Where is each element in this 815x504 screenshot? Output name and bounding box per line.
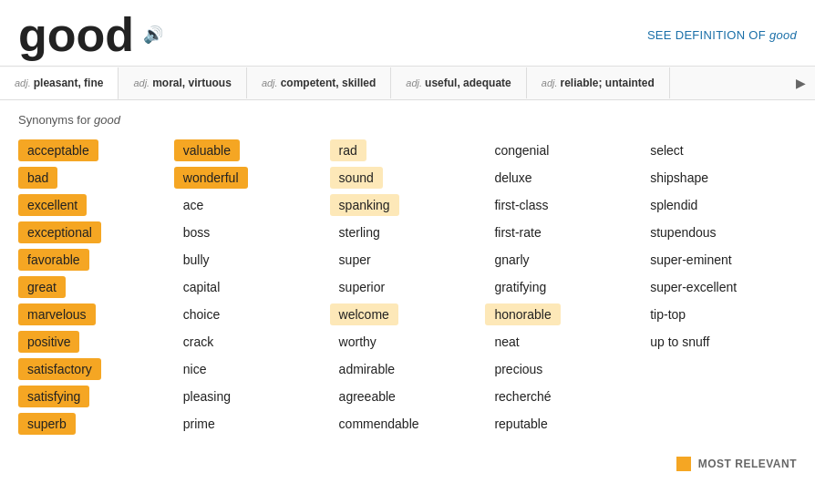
synonym-tag[interactable]: marvelous: [18, 303, 96, 325]
synonym-tag[interactable]: first-rate: [485, 221, 550, 243]
synonym-tag[interactable]: super-eminent: [641, 249, 741, 271]
tab-0[interactable]: adj.pleasant, fine: [0, 67, 119, 100]
synonym-tag[interactable]: recherché: [485, 386, 560, 407]
synonym-tag[interactable]: shipshape: [641, 167, 717, 189]
synonym-tag[interactable]: honorable: [485, 303, 560, 325]
synonym-col-1: valuablewonderfulacebossbullycapitalchoi…: [174, 139, 330, 435]
synonym-tag[interactable]: precious: [485, 358, 552, 380]
synonym-tag[interactable]: ace: [174, 194, 213, 216]
see-definition-link[interactable]: SEE DEFINITION OF good: [647, 28, 797, 42]
legend-label: MOST RELEVANT: [698, 458, 797, 470]
synonym-tag[interactable]: commendable: [330, 413, 428, 435]
synonym-tag[interactable]: congenial: [485, 139, 558, 161]
synonym-tag[interactable]: sound: [330, 167, 383, 189]
synonym-tag[interactable]: sterling: [330, 221, 389, 243]
synonym-tag[interactable]: splendid: [641, 194, 707, 216]
synonym-tag[interactable]: gnarly: [485, 249, 538, 271]
synonym-tag[interactable]: deluxe: [485, 167, 541, 189]
synonym-col-2: radsoundspankingsterlingsupersuperiorwel…: [330, 139, 486, 435]
synonym-tag[interactable]: stupendous: [641, 221, 725, 243]
synonym-tag[interactable]: wonderful: [174, 167, 248, 189]
synonym-tag[interactable]: admirable: [330, 358, 404, 380]
synonym-tag[interactable]: positive: [18, 331, 79, 353]
word-title: good: [18, 11, 134, 58]
see-definition-label: SEE DEFINITION OF: [647, 28, 766, 42]
synonyms-label: Synonyms for good: [18, 113, 797, 127]
synonym-tag[interactable]: agreeable: [330, 386, 405, 407]
synonym-tag[interactable]: prime: [174, 413, 224, 435]
synonym-col-0: acceptablebadexcellentexceptionalfavorab…: [18, 139, 174, 435]
synonym-tag[interactable]: up to snuff: [641, 331, 718, 353]
synonyms-grid: acceptablebadexcellentexceptionalfavorab…: [18, 139, 797, 435]
synonym-tag[interactable]: superior: [330, 276, 395, 298]
synonym-tag[interactable]: tip-top: [641, 303, 695, 325]
synonym-tag[interactable]: excellent: [18, 194, 87, 216]
tab-2[interactable]: adj.competent, skilled: [247, 67, 391, 98]
tab-4[interactable]: adj.reliable; untainted: [527, 67, 670, 98]
synonym-tag[interactable]: favorable: [18, 249, 89, 271]
tab-1[interactable]: adj.moral, virtuous: [119, 67, 246, 98]
synonym-tag[interactable]: acceptable: [18, 139, 98, 161]
synonym-tag[interactable]: reputable: [485, 413, 556, 435]
speaker-icon[interactable]: 🔊: [143, 25, 163, 45]
header: good 🔊 SEE DEFINITION OF good: [0, 0, 815, 67]
synonym-tag[interactable]: superb: [18, 413, 76, 435]
synonym-tag[interactable]: super: [330, 249, 380, 271]
synonym-tag[interactable]: great: [18, 276, 66, 298]
synonym-tag[interactable]: valuable: [174, 139, 240, 161]
synonym-tag[interactable]: bad: [18, 167, 57, 189]
synonym-tag[interactable]: satisfactory: [18, 358, 101, 380]
synonym-tag[interactable]: nice: [174, 358, 216, 380]
synonym-tag[interactable]: first-class: [485, 194, 557, 216]
synonym-tag[interactable]: crack: [174, 331, 222, 353]
see-definition-word: good: [769, 28, 797, 42]
synonym-tag[interactable]: satisfying: [18, 386, 89, 407]
legend-color-box: [676, 457, 691, 471]
synonym-tag[interactable]: choice: [174, 303, 229, 325]
synonym-tag[interactable]: worthy: [330, 331, 386, 353]
synonym-tag[interactable]: capital: [174, 276, 229, 298]
header-left: good 🔊: [18, 11, 163, 58]
tabs-bar: adj.pleasant, fineadj.moral, virtuousadj…: [0, 67, 815, 100]
legend: MOST RELEVANT: [0, 447, 815, 478]
synonym-tag[interactable]: exceptional: [18, 221, 101, 243]
synonym-tag[interactable]: welcome: [330, 303, 398, 325]
synonym-tag[interactable]: select: [641, 139, 693, 161]
synonym-tag[interactable]: super-excellent: [641, 276, 746, 298]
synonym-tag[interactable]: gratifying: [485, 276, 555, 298]
synonym-tag[interactable]: boss: [174, 221, 220, 243]
tabs-arrow[interactable]: ▶: [787, 67, 815, 99]
synonym-tag[interactable]: rad: [330, 139, 366, 161]
synonym-col-4: selectshipshapesplendidstupendoussuper-e…: [641, 139, 797, 435]
synonym-tag[interactable]: spanking: [330, 194, 399, 216]
synonym-tag[interactable]: bully: [174, 249, 219, 271]
synonym-tag[interactable]: neat: [485, 331, 528, 353]
content-area: Synonyms for good acceptablebadexcellent…: [0, 100, 815, 447]
synonym-col-3: congenialdeluxefirst-classfirst-rategnar…: [485, 139, 641, 435]
tab-3[interactable]: adj.useful, adequate: [391, 67, 526, 98]
synonym-tag[interactable]: pleasing: [174, 386, 240, 407]
